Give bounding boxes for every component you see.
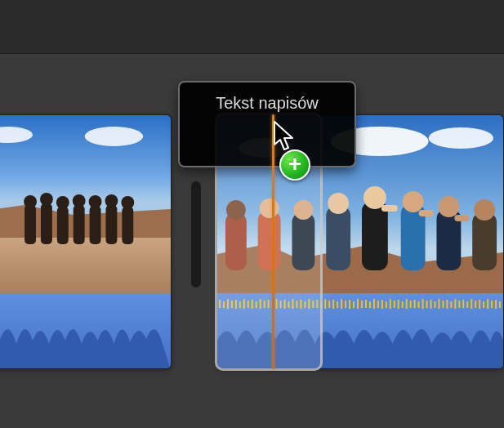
title-overlay[interactable]: Tekst napisów (178, 81, 356, 167)
svg-point-18 (121, 196, 134, 209)
svg-rect-13 (90, 206, 101, 244)
svg-point-12 (73, 194, 86, 207)
clip-audio-track[interactable] (217, 293, 503, 369)
svg-point-41 (474, 199, 495, 221)
timeline[interactable]: Tekst napisów + (0, 75, 504, 392)
svg-point-6 (24, 195, 37, 208)
title-overlay-label: Tekst napisów (216, 94, 319, 113)
svg-rect-39 (454, 215, 469, 221)
audio-waveform (217, 293, 503, 369)
svg-point-26 (260, 198, 279, 218)
svg-rect-33 (381, 205, 398, 212)
svg-rect-7 (41, 203, 52, 244)
toolbar-area (0, 0, 504, 53)
svg-rect-15 (105, 205, 117, 244)
svg-rect-5 (25, 205, 36, 244)
svg-rect-25 (258, 212, 281, 270)
svg-rect-17 (122, 207, 133, 244)
svg-point-35 (403, 191, 424, 212)
svg-point-30 (328, 193, 349, 214)
clip-edge-handle[interactable] (191, 181, 201, 288)
playhead[interactable] (272, 114, 274, 369)
svg-rect-11 (74, 205, 85, 244)
clip-audio-track[interactable] (0, 293, 171, 369)
toolbar-divider (0, 53, 504, 54)
svg-point-24 (226, 200, 246, 220)
svg-rect-40 (472, 213, 497, 270)
svg-point-8 (40, 193, 53, 206)
svg-rect-29 (326, 207, 350, 270)
svg-point-38 (438, 196, 459, 217)
svg-point-14 (89, 195, 102, 208)
svg-point-10 (56, 196, 69, 209)
svg-rect-23 (225, 213, 247, 270)
svg-point-28 (293, 200, 313, 220)
clip-thumbnail (0, 115, 171, 293)
svg-point-3 (85, 127, 144, 146)
audio-waveform (0, 293, 171, 369)
svg-point-22 (429, 127, 494, 149)
svg-point-16 (105, 194, 118, 207)
svg-rect-31 (362, 202, 388, 270)
svg-rect-9 (57, 207, 69, 244)
svg-rect-36 (419, 210, 434, 216)
svg-rect-27 (292, 213, 314, 270)
video-clip[interactable] (0, 114, 172, 369)
svg-rect-4 (0, 238, 171, 293)
